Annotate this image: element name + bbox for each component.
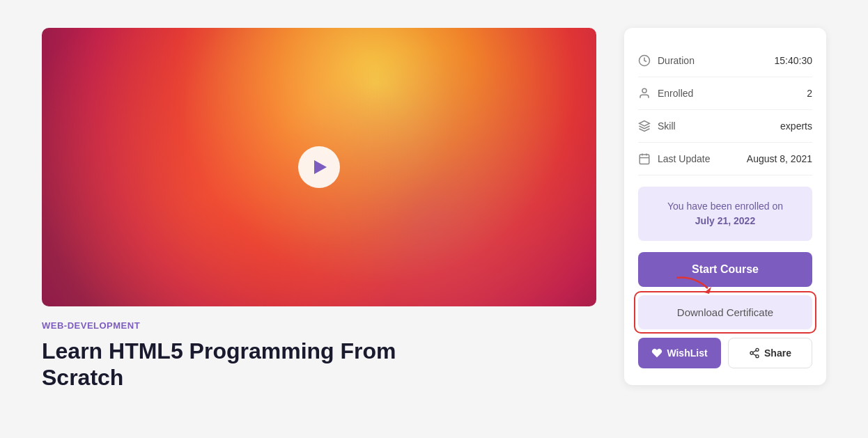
enrolled-icon	[638, 87, 651, 100]
action-buttons-row: WishList Share	[638, 338, 812, 368]
share-icon	[749, 347, 760, 359]
svg-point-8	[750, 352, 753, 354]
duration-label: Duration	[658, 55, 695, 66]
play-button[interactable]	[298, 146, 340, 188]
video-thumbnail[interactable]	[42, 28, 596, 306]
last-update-label: Last Update	[658, 153, 711, 164]
last-update-value: August 8, 2021	[747, 153, 812, 164]
heart-icon	[651, 347, 662, 359]
arrow-indicator	[673, 274, 715, 295]
calendar-icon	[638, 152, 651, 165]
svg-line-10	[753, 354, 757, 356]
duration-row: Duration 15:40:30	[638, 45, 812, 77]
last-update-row: Last Update August 8, 2021	[638, 143, 812, 175]
enrollment-message: You have been enrolled on	[667, 201, 783, 212]
left-column: WEB-DEVELOPMENT Learn HTML5 Programming …	[42, 28, 596, 391]
right-column: Duration 15:40:30 Enrolled 2	[624, 28, 826, 391]
skill-value: experts	[780, 120, 812, 132]
skill-label: Skill	[658, 120, 676, 132]
svg-line-11	[753, 350, 757, 352]
download-wrapper: Download Certificate	[638, 295, 812, 329]
play-icon	[314, 160, 327, 174]
start-course-button[interactable]: Start Course	[638, 252, 812, 287]
svg-rect-2	[640, 155, 649, 164]
page-layout: WEB-DEVELOPMENT Learn HTML5 Programming …	[42, 28, 826, 391]
course-title: Learn HTML5 Programming From Scratch	[42, 338, 596, 391]
enrolled-label: Enrolled	[658, 88, 693, 99]
svg-point-1	[642, 88, 646, 93]
svg-point-9	[756, 355, 759, 358]
enrollment-date: July 21, 2022	[695, 215, 755, 226]
info-card: Duration 15:40:30 Enrolled 2	[624, 28, 826, 385]
course-category: WEB-DEVELOPMENT	[42, 320, 596, 331]
enrolled-row: Enrolled 2	[638, 77, 812, 110]
duration-value: 15:40:30	[775, 55, 813, 66]
download-certificate-button[interactable]: Download Certificate	[638, 295, 812, 329]
skill-row: Skill experts	[638, 110, 812, 143]
svg-point-7	[756, 348, 759, 351]
share-button[interactable]: Share	[728, 338, 812, 368]
enrollment-banner: You have been enrolled on July 21, 2022	[638, 187, 812, 241]
wishlist-button[interactable]: WishList	[638, 338, 721, 368]
skill-icon	[638, 120, 651, 132]
clock-icon	[638, 54, 651, 67]
enrolled-value: 2	[807, 88, 812, 99]
